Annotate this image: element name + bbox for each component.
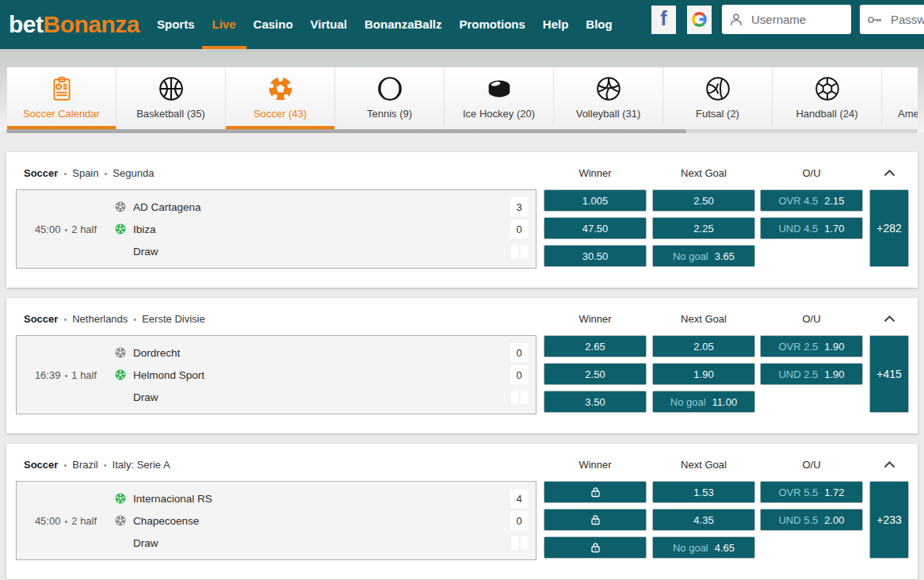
separator-dot xyxy=(60,223,71,235)
odds-button[interactable]: 2.50 xyxy=(652,189,755,212)
odds-button[interactable]: No goal3.65 xyxy=(652,245,755,267)
more-markets-button[interactable]: +233 xyxy=(869,481,909,559)
odds-button[interactable]: 47.50 xyxy=(544,217,647,239)
away-team-row: Chapecoense 0 xyxy=(115,510,528,531)
odds-button[interactable]: UND 2.51.90 xyxy=(760,363,863,385)
tab-label: Ameri xyxy=(898,108,918,120)
winner-odds-column xyxy=(544,481,647,560)
over-under-odds-column: OVR 2.51.90 UND 2.51.90 xyxy=(760,335,863,414)
team-ball-icon xyxy=(115,493,126,504)
tab-label: Soccer Calendar xyxy=(23,108,100,120)
facebook-login-button[interactable]: f xyxy=(651,6,676,34)
match-time: 16:391 half xyxy=(17,336,115,414)
odds-button[interactable]: 30.50 xyxy=(544,245,647,267)
match-card[interactable]: 45:002 half AD Cartagena 3 Ibiz xyxy=(16,189,536,269)
odds-button[interactable]: UND 4.51.70 xyxy=(760,217,863,239)
home-team-row: Dordrecht 0 xyxy=(115,342,528,363)
next-goal-odds-column: 2.50 2.25 No goal3.65 xyxy=(652,189,755,269)
odds-button[interactable]: OVR 2.51.90 xyxy=(760,335,863,357)
nav-item-promotions[interactable]: Promotions xyxy=(459,0,525,49)
tabs-scrollbar-track xyxy=(6,129,918,133)
tab-handball[interactable]: Handball (24) xyxy=(773,67,882,126)
more-markets-button[interactable]: +282 xyxy=(869,189,909,267)
collapse-section-button[interactable] xyxy=(869,315,909,322)
chevron-up-icon xyxy=(884,315,895,322)
breadcrumb: SoccerNetherlandsEerste Divisie xyxy=(16,313,544,325)
separator-dot xyxy=(98,459,113,471)
handball-icon xyxy=(814,75,841,102)
tennis-ball-icon xyxy=(376,75,403,102)
odds-button[interactable]: 4.35 xyxy=(652,509,755,531)
nav-item-sports[interactable]: Sports xyxy=(157,0,195,49)
odds-button[interactable]: 3.50 xyxy=(544,391,647,413)
odds-button[interactable]: 2.65 xyxy=(544,335,647,357)
brand-logo[interactable]: betBonanza xyxy=(9,11,139,38)
tab-label: Volleyball (31) xyxy=(576,108,641,120)
lock-icon xyxy=(590,514,601,525)
breadcrumb-league: Italy: Serie A xyxy=(113,459,170,471)
pause-icon xyxy=(510,391,528,404)
column-header-winner: Winner xyxy=(544,167,647,179)
odds-button[interactable]: 2.50 xyxy=(544,363,647,385)
collapse-section-button[interactable] xyxy=(869,170,909,177)
tab-futsal[interactable]: Futsal (2) xyxy=(663,67,773,126)
username-input[interactable] xyxy=(750,12,837,27)
key-icon xyxy=(867,13,883,27)
tab-label: Soccer (43) xyxy=(254,108,307,120)
odds-button[interactable]: 2.05 xyxy=(652,335,755,357)
next-goal-odds-column: 1.53 4.35 No goal4.65 xyxy=(652,481,755,560)
collapse-section-button[interactable] xyxy=(869,461,909,468)
column-header-winner: Winner xyxy=(544,459,647,471)
tab-basketball[interactable]: Basketball (35) xyxy=(116,67,226,126)
column-header-ou: O/U xyxy=(760,313,863,325)
nav-item-live[interactable]: Live xyxy=(212,0,236,49)
nav-item-help[interactable]: Help xyxy=(543,0,569,49)
password-input[interactable] xyxy=(889,12,924,27)
away-team-name: Chapecoense xyxy=(133,515,510,527)
over-under-odds-column: OVR 5.51.72 UND 5.52.00 xyxy=(760,481,863,560)
basketball-icon xyxy=(158,75,185,102)
tab-soccer-calendar[interactable]: Soccer Calendar xyxy=(7,67,116,126)
more-markets-button[interactable]: +415 xyxy=(869,335,909,413)
odds-button[interactable]: 1.90 xyxy=(652,363,755,385)
draw-label: Draw xyxy=(133,391,510,403)
match-section: SoccerNetherlandsEerste Divisie Winner N… xyxy=(6,298,918,433)
user-icon xyxy=(729,13,743,27)
match-card[interactable]: 16:391 half Dordrecht 0 Helmond xyxy=(16,335,536,414)
username-field-wrap xyxy=(722,5,851,34)
separator-dot xyxy=(58,313,72,325)
lock-icon xyxy=(590,542,601,553)
locked-odds-button xyxy=(544,536,647,559)
home-team-name: Internacional RS xyxy=(133,493,510,505)
draw-label: Draw xyxy=(133,537,510,549)
odds-button[interactable]: 1.53 xyxy=(652,481,755,503)
tab-american-football[interactable]: Ameri xyxy=(882,67,918,126)
away-score: 0 xyxy=(510,365,528,384)
tab-tennis[interactable]: Tennis (9) xyxy=(335,67,445,126)
home-score: 4 xyxy=(510,489,528,508)
password-field-wrap xyxy=(860,5,924,34)
soccer-calendar-icon xyxy=(48,75,75,102)
google-login-button[interactable] xyxy=(687,6,712,34)
odds-button[interactable]: No goal11.00 xyxy=(652,391,755,413)
nav-item-virtual[interactable]: Virtual xyxy=(311,0,347,49)
tabs-scrollbar-thumb[interactable] xyxy=(6,129,686,133)
home-score: 3 xyxy=(510,197,528,216)
nav-item-bonanzaballz[interactable]: BonanzaBallz xyxy=(365,0,442,49)
odds-button[interactable]: OVR 4.52.15 xyxy=(760,189,863,212)
tab-soccer[interactable]: Soccer (43) xyxy=(226,67,335,126)
odds-button[interactable]: 2.25 xyxy=(652,217,755,239)
tab-ice-hockey[interactable]: Ice Hockey (20) xyxy=(445,67,554,126)
odds-button[interactable]: OVR 5.51.72 xyxy=(760,481,863,503)
breadcrumb: SoccerBrazilItaly: Serie A xyxy=(16,459,544,471)
odds-button[interactable]: No goal4.65 xyxy=(652,536,755,559)
odds-button[interactable]: 1.005 xyxy=(544,189,647,212)
away-team-row: Helmond Sport 0 xyxy=(115,364,528,385)
next-goal-odds-column: 2.05 1.90 No goal11.00 xyxy=(652,335,755,414)
breadcrumb-sport: Soccer xyxy=(24,459,58,471)
odds-button[interactable]: UND 5.52.00 xyxy=(760,509,863,531)
match-card[interactable]: 45:002 half Internacional RS 4 xyxy=(16,481,536,560)
nav-item-blog[interactable]: Blog xyxy=(586,0,612,49)
tab-volleyball[interactable]: Volleyball (31) xyxy=(554,67,663,126)
nav-item-casino[interactable]: Casino xyxy=(254,0,293,49)
